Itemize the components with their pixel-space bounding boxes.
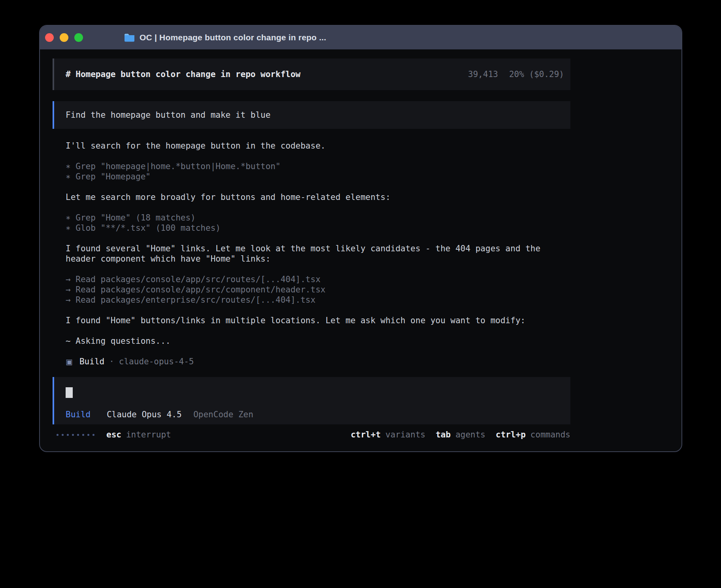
tab-key: tab (436, 430, 451, 440)
tool-call-grep: ∗ Grep "Home" (18 matches) (66, 213, 556, 223)
titlebar[interactable]: OC | Homepage button color change in rep… (40, 26, 681, 49)
folder-icon (124, 33, 135, 42)
commands-label: commands (530, 430, 570, 440)
agents-label: agents (455, 430, 485, 440)
interrupt-hint: esc interrupt (106, 430, 171, 440)
conversation-transcript: I'll search for the homepage button in t… (53, 141, 570, 367)
ctrl-t-key: ctrl+t (351, 430, 381, 440)
window-title: OC | Homepage button color change in rep… (140, 33, 326, 42)
close-button[interactable] (45, 33, 54, 42)
terminal-window: OC | Homepage button color change in rep… (39, 25, 682, 452)
user-message: Find the homepage button and make it blu… (53, 101, 570, 129)
assistant-text: I'll search for the homepage button in t… (66, 141, 556, 151)
agent-name: Build (79, 356, 104, 367)
minimize-button[interactable] (60, 33, 68, 42)
mode-label[interactable]: Build (66, 410, 91, 419)
tool-call-glob: ∗ Glob "**/*.tsx" (100 matches) (66, 223, 556, 233)
zoom-button[interactable] (74, 33, 83, 42)
prompt-input[interactable]: Build Claude Opus 4.5 OpenCode Zen (53, 377, 570, 424)
token-count: 39,413 (468, 69, 498, 79)
status-bar: esc interrupt ctrl+t variants tab agents… (53, 430, 570, 440)
tool-call-grep: ∗ Grep "homepage|home.*button|Home.*butt… (66, 161, 556, 172)
assistant-text: I found several "Home" links. Let me loo… (66, 243, 556, 264)
user-message-text: Find the homepage button and make it blu… (66, 110, 270, 120)
terminal-content: # Homepage button color change in repo w… (40, 49, 681, 440)
agent-status-line: ▣ Build · claude-opus-4-5 (66, 356, 556, 367)
text-cursor (66, 387, 73, 398)
session-header: # Homepage button color change in repo w… (53, 58, 570, 90)
esc-label: interrupt (126, 430, 171, 440)
ctrl-p-key: ctrl+p (496, 430, 526, 440)
tool-call-grep: ∗ Grep "Homepage" (66, 172, 556, 182)
assistant-text: Let me search more broadly for buttons a… (66, 192, 556, 202)
model-label: Claude Opus 4.5 (107, 410, 182, 419)
tool-call-read: → Read packages/enterprise/src/routes/[.… (66, 295, 556, 305)
status-text: ~ Asking questions... (66, 336, 556, 346)
tool-call-group: ∗ Grep "homepage|home.*button|Home.*butt… (66, 161, 570, 182)
agent-model: claude-opus-4-5 (119, 356, 194, 367)
separator: · (109, 356, 114, 367)
session-stats: 39,413 20% ($0.29) (468, 69, 564, 79)
commands-hint: ctrl+p commands (496, 430, 570, 440)
provider-label: OpenCode Zen (193, 410, 253, 419)
tool-call-group: → Read packages/console/app/src/routes/[… (66, 274, 570, 305)
esc-key: esc (106, 430, 121, 440)
traffic-lights (45, 33, 83, 42)
assistant-text: I found "Home" buttons/links in multiple… (66, 315, 556, 326)
input-status-line: Build Claude Opus 4.5 OpenCode Zen (66, 409, 564, 420)
tool-call-read: → Read packages/console/app/src/componen… (66, 285, 556, 295)
variants-hint: ctrl+t variants (351, 430, 425, 440)
session-title: # Homepage button color change in repo w… (66, 69, 300, 79)
tool-call-group: ∗ Grep "Home" (18 matches) ∗ Glob "**/*.… (66, 213, 570, 233)
agents-hint: tab agents (436, 430, 485, 440)
spinner-dots (57, 434, 94, 436)
agent-icon: ▣ (66, 356, 73, 367)
variants-label: variants (385, 430, 425, 440)
tool-call-read: → Read packages/console/app/src/routes/[… (66, 274, 556, 285)
context-usage: 20% ($0.29) (509, 69, 564, 79)
